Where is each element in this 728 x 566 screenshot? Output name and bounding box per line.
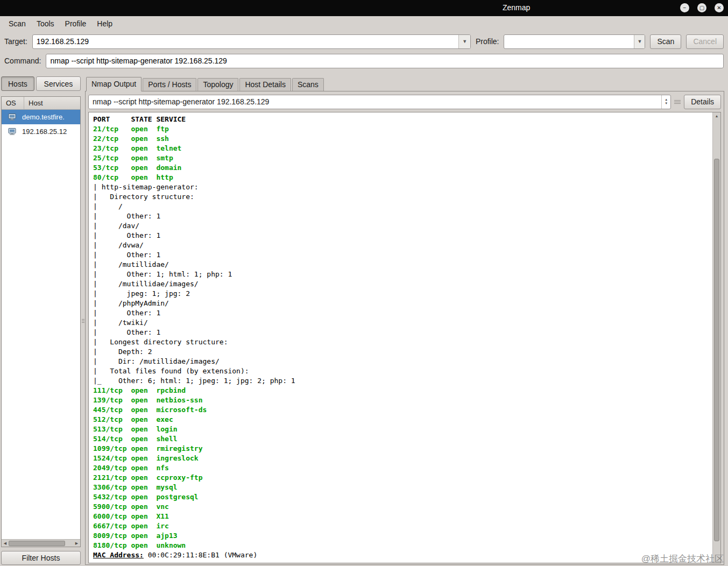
filter-hosts-button[interactable]: Filter Hosts xyxy=(1,551,81,565)
command-input[interactable] xyxy=(46,56,723,65)
vertical-scrollbar[interactable]: ▲ xyxy=(712,112,720,563)
host-list-body: demo.testfire.192.168.25.12 xyxy=(2,110,80,539)
output-line: | http-sitemap-generator: xyxy=(93,182,712,192)
cancel-button[interactable]: Cancel xyxy=(686,34,724,49)
output-line: 6000/tcp open X11 xyxy=(93,512,712,521)
tab-scans[interactable]: Scans xyxy=(292,78,324,91)
profile-input[interactable] xyxy=(504,35,634,48)
scroll-right-icon[interactable]: ▶ xyxy=(73,541,80,546)
output-line: 8180/tcp open unknown xyxy=(93,541,712,550)
horizontal-scrollbar-thumb[interactable] xyxy=(9,541,65,546)
output-line: 1524/tcp open ingreslock xyxy=(93,454,712,463)
output-line: 80/tcp open http xyxy=(93,173,712,182)
output-line: | Other: 1 xyxy=(93,308,712,318)
host-row[interactable]: demo.testfire. xyxy=(2,110,80,124)
nmap-output-text[interactable]: PORT STATE SERVICE21/tcp open ftp22/tcp … xyxy=(89,112,712,563)
tab-host-details[interactable]: Host Details xyxy=(239,78,291,91)
tab-nmap-output[interactable]: Nmap Output xyxy=(86,77,142,91)
output-line: | Other: 1; html: 1; php: 1 xyxy=(93,270,712,279)
maximize-icon[interactable]: ▢ xyxy=(697,3,706,12)
vertical-scrollbar-thumb[interactable] xyxy=(714,159,719,541)
scan-bar: Target: ▼ Profile: ▼ Scan Cancel xyxy=(0,31,728,52)
output-line: | / xyxy=(93,202,712,211)
target-input[interactable] xyxy=(33,35,459,48)
output-line: | Other: 1 xyxy=(93,250,712,260)
scan-command-text: nmap --script http-sitemap-generator 192… xyxy=(89,95,661,109)
output-line: 111/tcp open rpcbind xyxy=(93,386,712,395)
zenmap-window: Zenmap −▢✕ ScanToolsProfileHelp Target: … xyxy=(0,0,728,566)
toolbar-grip-icon xyxy=(674,100,681,104)
output-line: |_ Other: 6; html: 1; jpeg: 1; jpg: 2; p… xyxy=(93,376,712,386)
window-controls: −▢✕ xyxy=(680,3,724,12)
profile-label: Profile: xyxy=(476,37,499,46)
output-line: 2121/tcp open ccproxy-ftp xyxy=(93,473,712,483)
os-column-header[interactable]: OS xyxy=(2,97,24,109)
host-row[interactable]: 192.168.25.12 xyxy=(2,124,80,139)
output-line: 6667/tcp open irc xyxy=(93,521,712,531)
output-line: 25/tcp open smtp xyxy=(93,153,712,163)
output-line: 5900/tcp open vnc xyxy=(93,502,712,512)
main-area: Hosts Services OS Host demo.testfire.192… xyxy=(0,70,728,566)
output-line: MAC Address: 00:0C:29:11:8E:B1 (VMware) xyxy=(93,550,712,560)
host-list: OS Host demo.testfire.192.168.25.12 ◀ ▶ xyxy=(1,96,81,547)
command-entry xyxy=(46,54,724,68)
scan-command-combo[interactable]: nmap --script http-sitemap-generator 192… xyxy=(88,95,671,109)
output-line: 22/tcp open ssh xyxy=(93,134,712,144)
scroll-up-icon[interactable]: ▲ xyxy=(713,114,720,118)
spinner-icon[interactable]: ▲▼ xyxy=(661,95,670,109)
services-toggle-button[interactable]: Services xyxy=(36,76,81,91)
output-line: 512/tcp open exec xyxy=(93,415,712,424)
output-toolbar: nmap --script http-sitemap-generator 192… xyxy=(88,94,721,109)
target-combo: ▼ xyxy=(32,34,471,49)
window-title: Zenmap xyxy=(503,3,530,12)
output-line: PORT STATE SERVICE xyxy=(93,115,712,124)
hosts-panel: Hosts Services OS Host demo.testfire.192… xyxy=(1,76,81,565)
profile-combo: ▼ xyxy=(504,34,645,49)
host-list-header: OS Host xyxy=(2,97,80,110)
output-line: 513/tcp open login xyxy=(93,424,712,434)
minimize-icon[interactable]: − xyxy=(680,3,689,12)
details-button[interactable]: Details xyxy=(684,95,721,109)
tab-bar: Nmap OutputPorts / HostsTopologyHost Det… xyxy=(85,76,724,91)
output-line: | Longest directory structure: xyxy=(93,337,712,347)
mac-address-label: MAC Address: xyxy=(93,551,144,559)
output-line: | /mutillidae/images/ xyxy=(93,279,712,289)
pane-splitter[interactable] xyxy=(81,76,85,565)
tab-ports-hosts[interactable]: Ports / Hosts xyxy=(143,78,196,91)
host-icon xyxy=(2,114,22,121)
command-label: Command: xyxy=(4,56,41,65)
output-line: | Other: 1 xyxy=(93,211,712,221)
output-line: | Depth: 2 xyxy=(93,347,712,357)
output-line: | /twiki/ xyxy=(93,318,712,328)
output-line: 514/tcp open shell xyxy=(93,434,712,444)
scan-button[interactable]: Scan xyxy=(650,34,681,49)
output-line: | /dvwa/ xyxy=(93,240,712,250)
output-line: | /phpMyAdmin/ xyxy=(93,299,712,308)
output-line: | Total files found (by extension): xyxy=(93,366,712,376)
menu-item-profile[interactable]: Profile xyxy=(60,17,92,30)
menu-item-tools[interactable]: Tools xyxy=(31,17,60,30)
output-line: 2049/tcp open nfs xyxy=(93,463,712,473)
output-line: | jpeg: 1; jpg: 2 xyxy=(93,289,712,299)
close-icon[interactable]: ✕ xyxy=(715,3,724,12)
output-line: 139/tcp open netbios-ssn xyxy=(93,395,712,405)
host-icon xyxy=(2,128,22,135)
output-line: 8009/tcp open ajp13 xyxy=(93,531,712,541)
splitter-grip-icon xyxy=(82,319,84,323)
target-label: Target: xyxy=(4,37,27,46)
scroll-left-icon[interactable]: ◀ xyxy=(2,541,9,546)
output-line: 5432/tcp open postgresql xyxy=(93,492,712,502)
titlebar: Zenmap −▢✕ xyxy=(0,0,728,16)
nmap-output-tab-panel: nmap --script http-sitemap-generator 192… xyxy=(85,91,724,565)
output-line: | Other: 1 xyxy=(93,231,712,240)
target-dropdown-icon[interactable]: ▼ xyxy=(458,35,470,48)
horizontal-scrollbar[interactable]: ◀ ▶ xyxy=(2,539,80,547)
tab-topology[interactable]: Topology xyxy=(197,78,238,91)
hosts-toggle-button[interactable]: Hosts xyxy=(1,76,34,91)
host-column-header[interactable]: Host xyxy=(24,97,80,109)
menu-item-scan[interactable]: Scan xyxy=(3,17,31,30)
menu-item-help[interactable]: Help xyxy=(91,17,118,30)
watermark: @稀土掘金技术社区 xyxy=(641,553,724,565)
output-line: 21/tcp open ftp xyxy=(93,124,712,134)
profile-dropdown-icon[interactable]: ▼ xyxy=(634,35,645,48)
